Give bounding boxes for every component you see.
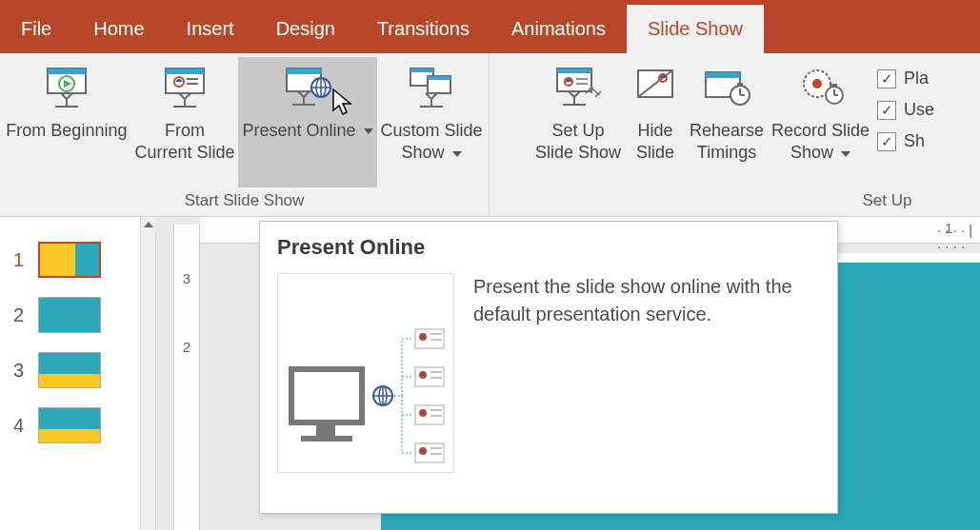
- from-current-slide-icon: [158, 61, 211, 114]
- checkbox-checked-icon: ✓: [877, 132, 896, 151]
- checkbox-checked-icon: ✓: [877, 101, 896, 120]
- present-online-button[interactable]: Present Online: [238, 57, 376, 187]
- thumbnail-number: 1: [13, 249, 30, 271]
- thumbnail-number: 2: [13, 304, 30, 326]
- custom-slide-show-label: Custom Slide Show: [381, 120, 483, 165]
- ribbon-group-start: From Beginning From Current Slide: [0, 53, 490, 216]
- svg-rect-1: [48, 69, 86, 74]
- rehearse-timings-label: Rehearse Timings: [690, 120, 764, 165]
- hide-slide-button[interactable]: Hide Slide: [625, 57, 686, 187]
- set-up-slide-show-button[interactable]: Set Up Slide Show: [531, 57, 625, 187]
- tab-animations[interactable]: Animations: [490, 5, 627, 53]
- thumbnail-preview: [38, 242, 101, 278]
- ruler-tick: 3: [183, 244, 190, 312]
- custom-slide-show-button[interactable]: Custom Slide Show: [377, 57, 487, 187]
- svg-rect-50: [415, 329, 444, 348]
- svg-rect-43: [291, 369, 362, 422]
- dropdown-arrow-icon: [364, 128, 373, 134]
- svg-rect-42: [831, 84, 837, 87]
- record-slide-show-icon: [794, 61, 848, 114]
- from-beginning-button[interactable]: From Beginning: [2, 57, 130, 187]
- present-online-tooltip: Present Online: [259, 221, 838, 514]
- tooltip-title: Present Online: [277, 235, 820, 260]
- tab-slide-show[interactable]: Slide Show: [627, 5, 764, 53]
- hide-slide-label: Hide Slide: [636, 120, 674, 165]
- svg-rect-23: [557, 69, 591, 73]
- set-up-show-label: Set Up Slide Show: [535, 120, 621, 165]
- svg-point-38: [812, 79, 822, 88]
- tab-design[interactable]: Design: [255, 5, 356, 53]
- svg-rect-36: [737, 83, 743, 86]
- ruler-tick: 2: [183, 312, 190, 381]
- dropdown-arrow-icon: [452, 151, 462, 157]
- ribbon-tab-bar: File Home Insert Design Transitions Anim…: [0, 0, 980, 53]
- tooltip-diagram-icon: [277, 273, 454, 473]
- checkbox-checked-icon: ✓: [877, 69, 896, 88]
- svg-rect-20: [428, 76, 450, 80]
- ribbon: From Beginning From Current Slide: [0, 53, 980, 217]
- thumbnail-preview: [38, 407, 101, 443]
- svg-rect-45: [301, 436, 352, 442]
- from-beginning-label: From Beginning: [6, 120, 127, 142]
- dropdown-arrow-icon: [841, 151, 850, 157]
- thumbnail-preview: [38, 352, 101, 388]
- play-narrations-checkbox[interactable]: ✓ Pla: [873, 63, 938, 94]
- rehearse-timings-button[interactable]: Rehearse Timings: [686, 57, 768, 187]
- hide-slide-icon: [629, 61, 682, 114]
- use-timings-checkbox[interactable]: ✓ Use: [873, 94, 938, 126]
- from-beginning-icon: [40, 61, 93, 114]
- thumbnail-number: 4: [13, 415, 30, 437]
- show-media-controls-label: Sh: [904, 131, 925, 151]
- present-online-icon: [281, 61, 334, 114]
- tab-transitions[interactable]: Transitions: [356, 5, 490, 53]
- tab-insert[interactable]: Insert: [166, 5, 255, 53]
- from-current-slide-button[interactable]: From Current Slide: [130, 57, 238, 187]
- svg-rect-5: [166, 69, 204, 74]
- ruler-number: 1: [945, 220, 952, 236]
- tooltip-description: Present the slide show online with the d…: [473, 273, 820, 473]
- thumbnail-slide-2[interactable]: 2: [0, 291, 140, 346]
- scroll-up-icon[interactable]: [141, 217, 156, 232]
- ribbon-group-setup: Set Up Slide Show Hide Slide: [490, 53, 980, 216]
- present-online-label: Present Online: [242, 120, 372, 142]
- thumbnail-slide-4[interactable]: 4: [0, 402, 140, 457]
- set-up-group-label: Set Up: [491, 187, 978, 216]
- record-slide-show-label: Record Slide Show: [771, 120, 870, 165]
- show-media-controls-checkbox[interactable]: ✓ Sh: [873, 126, 938, 157]
- thumbnail-number: 3: [13, 360, 30, 382]
- tab-home[interactable]: Home: [72, 5, 165, 53]
- play-narrations-label: Pla: [904, 69, 929, 88]
- set-up-show-icon: [551, 61, 605, 114]
- svg-rect-32: [706, 72, 740, 78]
- tab-file[interactable]: File: [0, 5, 72, 53]
- vertical-ruler: 3 2: [173, 225, 200, 530]
- from-current-slide-label: From Current Slide: [134, 120, 234, 165]
- setup-checkboxes: ✓ Pla ✓ Use ✓ Sh: [873, 57, 938, 187]
- thumbnails-scrollbar[interactable]: [141, 217, 156, 530]
- svg-rect-54: [415, 367, 444, 386]
- rehearse-timings-icon: [700, 61, 753, 114]
- svg-rect-58: [415, 405, 444, 424]
- slide-thumbnails-panel: 1 2 3 4: [0, 217, 141, 530]
- svg-rect-62: [415, 443, 444, 462]
- svg-rect-44: [316, 422, 335, 436]
- record-slide-show-button[interactable]: Record Slide Show: [768, 57, 873, 187]
- custom-slide-show-icon: [405, 61, 458, 114]
- thumbnail-slide-1[interactable]: 1: [0, 236, 140, 291]
- thumbnail-slide-3[interactable]: 3: [0, 346, 140, 402]
- use-timings-label: Use: [904, 100, 934, 120]
- thumbnail-preview: [38, 297, 101, 333]
- ruler-mark: · · · · | · · · ·: [937, 222, 980, 254]
- svg-rect-18: [410, 69, 433, 72]
- start-slide-show-group-label: Start Slide Show: [2, 187, 487, 216]
- svg-rect-11: [287, 69, 321, 74]
